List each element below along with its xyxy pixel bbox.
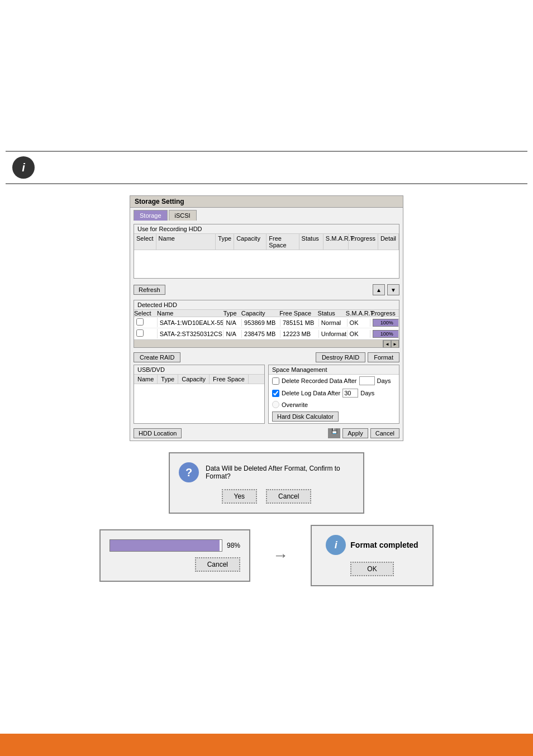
row1-select[interactable] — [134, 318, 158, 327]
tabs-row: Storage iSCSI — [130, 208, 403, 221]
confirm-buttons: Yes Cancel — [222, 489, 312, 504]
completed-title-row: i Format completed — [326, 535, 418, 555]
delete-recorded-label: Delete Recorded Data After — [282, 377, 357, 384]
hard-disk-calc-row: Hard Disk Calculator — [269, 410, 399, 423]
bottom-sections: USB/DVD Name Type Capacity Free Space Sp… — [134, 365, 399, 424]
delete-log-label: Delete Log Data After — [282, 390, 340, 396]
detected-hdd-section: Detected HDD Select Name Type Capacity F… — [134, 300, 399, 348]
recording-hdd-empty — [134, 250, 399, 278]
down-arrow-button[interactable]: ▼ — [387, 284, 399, 295]
row2-capacity: 238475 MB — [242, 330, 280, 338]
create-raid-button[interactable]: Create RAID — [134, 352, 180, 362]
overwrite-radio[interactable] — [272, 401, 279, 408]
col-progress-hdr: Progress — [349, 234, 378, 250]
progress-box: 98% Cancel — [99, 529, 250, 582]
orange-bar — [0, 734, 533, 756]
raid-row: Create RAID Destroy RAID Format — [130, 350, 403, 365]
det-col-freespace-hdr: Free Space — [279, 310, 317, 317]
col-freespace-hdr: Free Space — [266, 234, 299, 250]
progress-cancel-button[interactable]: Cancel — [195, 557, 240, 572]
arrow-right-icon: → — [273, 547, 288, 564]
delete-recorded-days-input[interactable] — [359, 376, 375, 385]
info-circle-icon: i — [326, 535, 346, 555]
col-detail-hdr: Detail — [378, 234, 399, 250]
confirm-message-row: ? Data Will be Deleted After Format, Con… — [179, 462, 354, 482]
row2-freespace: 12223 MB — [280, 330, 319, 338]
det-col-smart-hdr: S.M.A.R.T. — [346, 310, 371, 317]
info-bar: i — [6, 151, 527, 184]
hard-disk-calculator-button[interactable]: Hard Disk Calculator — [272, 412, 339, 422]
row2-name: SATA-2:ST3250312CS — [158, 330, 224, 338]
row1-smart: OK — [348, 319, 371, 327]
row1-capacity: 953869 MB — [242, 319, 280, 327]
progress-bar-fill — [110, 540, 220, 551]
progress-bar-track — [110, 539, 222, 552]
destroy-raid-button[interactable]: Destroy RAID — [316, 352, 365, 362]
det-col-progress-hdr: Progress — [371, 310, 399, 317]
delete-log-days-label: Days — [360, 390, 374, 396]
det-col-type-hdr: Type — [223, 310, 241, 317]
scroll-left-button[interactable]: ◄ — [383, 340, 391, 348]
tab-storage[interactable]: Storage — [134, 210, 168, 221]
hdd-location-row: HDD Location 💾 Apply Cancel — [130, 426, 403, 441]
completed-ok-button[interactable]: OK — [350, 562, 393, 576]
col-capacity-hdr: Capacity — [234, 234, 266, 250]
usb-col-type: Type — [158, 375, 178, 384]
tab-iscsi[interactable]: iSCSI — [169, 210, 197, 221]
hdd-location-button[interactable]: HDD Location — [134, 428, 182, 438]
delete-log-days-input[interactable] — [342, 389, 358, 398]
completed-box: i Format completed OK — [311, 525, 434, 586]
usb-col-freespace: Free Space — [210, 375, 249, 384]
usb-col-capacity: Capacity — [178, 375, 210, 384]
apply-button[interactable]: Apply — [342, 428, 368, 438]
confirm-message: Data Will be Deleted After Format, Confi… — [206, 465, 354, 480]
row1-freespace: 785151 MB — [280, 319, 319, 327]
info-icon: i — [12, 156, 35, 179]
row1-name: SATA-1:WD10EALX-559BA0 — [158, 319, 224, 327]
delete-log-checkbox[interactable] — [272, 390, 279, 397]
up-arrow-button[interactable]: ▲ — [373, 284, 385, 295]
delete-log-row: Delete Log Data After Days — [269, 387, 399, 399]
progress-section: 98% Cancel → i Format completed OK — [45, 525, 488, 586]
row2-type: N/A — [223, 330, 242, 338]
refresh-row: Refresh ▲ ▼ — [130, 282, 403, 298]
row2-progress-bar: 100% — [373, 330, 399, 338]
row1-progress: 100% — [370, 318, 399, 327]
recording-hdd-header: Select Name Type Capacity Free Space Sta… — [134, 234, 399, 250]
refresh-button[interactable]: Refresh — [134, 285, 165, 295]
col-type-hdr: Type — [216, 234, 234, 250]
space-management-section: Space Management Delete Recorded Data Af… — [268, 365, 399, 424]
panel-title: Storage Setting — [130, 196, 403, 208]
recording-hdd-section: Use for Recording HDD Select Name Type C… — [134, 224, 399, 279]
overwrite-label: Overwrite — [282, 401, 308, 408]
completed-title: Format completed — [350, 540, 418, 549]
recording-hdd-title: Use for Recording HDD — [134, 224, 399, 234]
row2-progress: 100% — [370, 329, 399, 338]
detected-hdd-header: Select Name Type Capacity Free Space Sta… — [134, 310, 399, 317]
confirm-dialog: ? Data Will be Deleted After Format, Con… — [169, 452, 364, 514]
row1-status: Normal — [319, 319, 348, 327]
col-select-hdr: Select — [134, 234, 156, 250]
row1-type: N/A — [223, 319, 242, 327]
usb-dvd-section: USB/DVD Name Type Capacity Free Space — [134, 365, 265, 424]
delete-recorded-days-label: Days — [377, 377, 391, 384]
delete-recorded-checkbox[interactable] — [272, 377, 279, 385]
progress-percentage: 98% — [227, 542, 240, 549]
table-row: SATA-2:ST3250312CS N/A 238475 MB 12223 M… — [134, 328, 399, 339]
usb-dvd-empty — [134, 384, 264, 412]
scroll-right-button[interactable]: ► — [391, 340, 399, 348]
det-col-name-hdr: Name — [157, 310, 223, 317]
confirm-cancel-button[interactable]: Cancel — [266, 489, 311, 504]
cancel-button[interactable]: Cancel — [370, 428, 399, 438]
space-management-title: Space Management — [269, 365, 399, 375]
col-status-hdr: Status — [299, 234, 323, 250]
usb-col-name: Name — [134, 375, 158, 384]
row1-progress-bar: 100% — [373, 319, 399, 327]
hdd-icon: 💾 — [328, 428, 340, 438]
confirm-yes-button[interactable]: Yes — [222, 489, 258, 504]
usb-dvd-header: Name Type Capacity Free Space — [134, 375, 264, 384]
overwrite-row: Overwrite — [269, 399, 399, 410]
row2-select[interactable] — [134, 329, 158, 338]
format-button[interactable]: Format — [368, 352, 399, 362]
question-icon: ? — [179, 462, 199, 482]
